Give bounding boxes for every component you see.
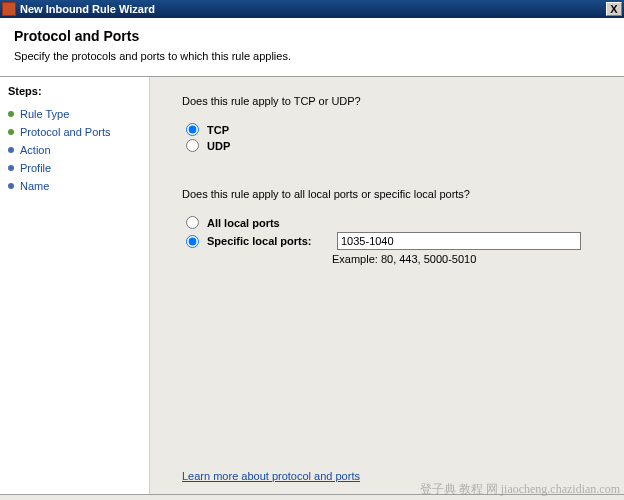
page-subtitle: Specify the protocols and ports to which… <box>14 50 610 62</box>
step-bullet-icon <box>8 111 14 117</box>
radio-row-tcp[interactable]: TCP <box>186 123 602 136</box>
radio-row-all-ports[interactable]: All local ports <box>186 216 602 229</box>
close-button[interactable]: X <box>606 2 622 16</box>
step-name[interactable]: Name <box>6 177 143 195</box>
label-specific-ports: Specific local ports: <box>207 235 337 247</box>
step-label: Rule Type <box>20 108 69 120</box>
page-title: Protocol and Ports <box>14 28 610 44</box>
step-profile[interactable]: Profile <box>6 159 143 177</box>
step-bullet-icon <box>8 165 14 171</box>
radio-tcp[interactable] <box>186 123 199 136</box>
app-icon <box>2 2 16 16</box>
radio-specific-ports[interactable] <box>186 235 199 248</box>
window-title: New Inbound Rule Wizard <box>20 3 606 15</box>
wizard-header: Protocol and Ports Specify the protocols… <box>0 18 624 77</box>
steps-heading: Steps: <box>6 85 143 97</box>
step-bullet-icon <box>8 129 14 135</box>
steps-sidebar: Steps: Rule Type Protocol and Ports Acti… <box>0 77 150 494</box>
ports-example: Example: 80, 443, 5000-5010 <box>332 253 602 265</box>
ports-section: Does this rule apply to all local ports … <box>182 188 602 265</box>
radio-row-udp[interactable]: UDP <box>186 139 602 152</box>
wizard-footer: < Back Next > Cancel <box>0 494 624 500</box>
main-panel: Does this rule apply to TCP or UDP? TCP … <box>150 77 624 494</box>
specific-ports-input[interactable] <box>337 232 581 250</box>
question-ports: Does this rule apply to all local ports … <box>182 188 602 200</box>
radio-all-ports[interactable] <box>186 216 199 229</box>
step-protocol-ports[interactable]: Protocol and Ports <box>6 123 143 141</box>
radio-udp[interactable] <box>186 139 199 152</box>
label-tcp: TCP <box>207 124 229 136</box>
step-action[interactable]: Action <box>6 141 143 159</box>
step-label: Name <box>20 180 49 192</box>
label-udp: UDP <box>207 140 230 152</box>
step-rule-type[interactable]: Rule Type <box>6 105 143 123</box>
step-label: Action <box>20 144 51 156</box>
learn-more-link[interactable]: Learn more about protocol and ports <box>182 470 360 482</box>
step-bullet-icon <box>8 183 14 189</box>
wizard-body: Steps: Rule Type Protocol and Ports Acti… <box>0 77 624 494</box>
radio-row-specific-ports[interactable]: Specific local ports: <box>186 232 602 250</box>
titlebar: New Inbound Rule Wizard X <box>0 0 624 18</box>
step-bullet-icon <box>8 147 14 153</box>
step-label: Profile <box>20 162 51 174</box>
question-protocol: Does this rule apply to TCP or UDP? <box>182 95 602 107</box>
step-label: Protocol and Ports <box>20 126 111 138</box>
label-all-ports: All local ports <box>207 217 337 229</box>
